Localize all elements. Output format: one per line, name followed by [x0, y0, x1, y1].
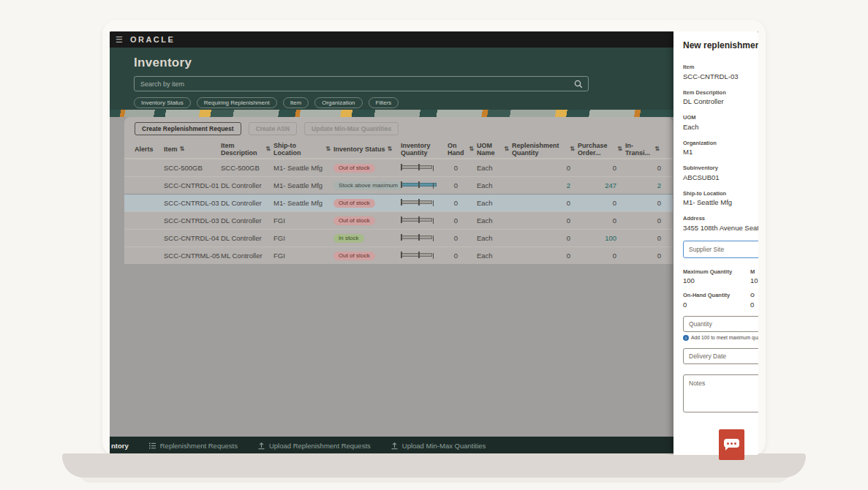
cell-inventory-status: Out of stock: [333, 163, 401, 173]
in-transit-value: 0: [657, 216, 661, 225]
cell-uom-name: Each: [477, 252, 512, 260]
cell-replenishment-quantity: 0: [512, 216, 578, 225]
field-value: 100: [683, 276, 750, 284]
column-header-item[interactable]: Item⇅: [164, 146, 221, 153]
replenishment-quantity-value: 0: [567, 164, 570, 172]
supplier-site-input[interactable]: [683, 241, 758, 258]
column-header-item-description[interactable]: Item Description⇅: [221, 142, 273, 157]
filter-chip-row: Inventory Status Requiring Replenishment…: [134, 97, 673, 108]
tab-replenishment-requests[interactable]: Replenishment Requests: [148, 442, 238, 450]
column-header-on-hand[interactable]: On Hand⇅: [448, 142, 477, 157]
filter-chip-inventory-status[interactable]: Inventory Status: [134, 97, 191, 108]
column-header-purchase-order[interactable]: Purchase Order...⇅: [578, 142, 625, 157]
quantity-grid-row: Maximum Quantity 100 M 10: [683, 268, 758, 285]
update-min-max-quantities-button[interactable]: Update Min-Max Quantities: [304, 122, 399, 135]
column-header-ship-to-location[interactable]: Ship-to Location⇅: [273, 142, 333, 157]
cell-on-hand: 0: [448, 216, 477, 225]
search-icon[interactable]: [574, 80, 583, 88]
status-badge: In stock: [333, 234, 364, 243]
clipped-quantity-field: M 10: [750, 268, 758, 285]
header-illustration: [110, 110, 673, 117]
cell-purchase-order: 0: [578, 164, 625, 172]
tab-upload-min-max-quantities[interactable]: Upload Min-Max Quantities: [390, 442, 486, 450]
sort-icon[interactable]: ⇅: [469, 146, 474, 152]
field-value: SCC-CNTRDL-03: [683, 72, 758, 80]
column-header-label: Alerts: [135, 146, 154, 153]
cell-item: SCC-CNTRDL-04: [164, 234, 221, 242]
info-icon: i: [683, 335, 689, 341]
cell-ship-to-location: M1- Seattle Mfg: [273, 164, 333, 172]
field-label: Maximum Quantity: [683, 268, 750, 275]
tab-inventory[interactable]: ntory: [111, 442, 129, 450]
replenishment-quantity-value: 0: [567, 216, 570, 225]
purchase-order-link[interactable]: 247: [605, 181, 616, 189]
sort-icon[interactable]: ⇅: [180, 146, 185, 152]
table-row[interactable]: SCC-CNTRDL-01 DL Controller M1- Seattle …: [124, 176, 673, 194]
table-row-selected[interactable]: SCC-CNTRDL-03 DL Controller M1- Seattle …: [124, 194, 673, 211]
field-label: Subinventory: [683, 165, 758, 171]
column-header-inventory-status[interactable]: Inventory Status⇅: [333, 146, 401, 153]
create-asn-button[interactable]: Create ASN: [249, 122, 297, 135]
sort-icon[interactable]: ⇅: [504, 146, 509, 152]
main-app: ☰ ORACLE Inventory Inventory Status Requ…: [110, 31, 673, 455]
cell-in-transit: 0: [625, 234, 663, 242]
notes-textarea[interactable]: [683, 374, 758, 412]
status-badge: Stock above maximum: [333, 181, 401, 190]
inventory-quantity-chart: [401, 251, 437, 259]
cell-ship-to-location: M1- Seattle Mfg: [273, 181, 333, 189]
cell-purchase-order: 0: [578, 199, 625, 207]
inventory-header: Inventory Inventory Status Requiring Rep…: [110, 48, 673, 110]
sort-icon[interactable]: ⇅: [388, 146, 393, 152]
bottom-tab-bar: ntory Replenishment Requests Upload Repl…: [110, 437, 673, 455]
column-header-uom-name[interactable]: UOM Name⇅: [477, 142, 512, 157]
sort-icon[interactable]: ⇅: [617, 146, 622, 152]
cell-inventory-status: Out of stock: [333, 198, 401, 208]
field-value: Each: [683, 123, 758, 131]
cell-item-description: DL Controller: [221, 234, 273, 242]
drawer-field-subinventory: Subinventory ABCSUB01: [683, 165, 758, 181]
cell-inventory-status: Out of stock: [333, 216, 401, 225]
upload-icon: [390, 442, 399, 450]
create-replenishment-request-button[interactable]: Create Replenishment Request: [135, 122, 241, 135]
cell-item-description: DL Controller: [221, 199, 273, 207]
tab-upload-replenishment-requests[interactable]: Upload Replenishment Requests: [257, 442, 371, 450]
in-transit-value: 0: [657, 164, 661, 172]
delivery-date-input[interactable]: [683, 348, 758, 364]
table-row[interactable]: SCC-CNTRDL-03 DL Controller FGI Out of s…: [124, 211, 673, 229]
sort-icon[interactable]: ⇅: [265, 146, 271, 152]
cell-inventory-quantity: [401, 251, 448, 260]
speech-bubble-tail: [725, 447, 729, 451]
tab-label: Replenishment Requests: [160, 442, 238, 450]
cell-item-description: ML Controller: [221, 252, 273, 260]
replenishment-quantity-link[interactable]: 2: [567, 181, 570, 189]
table-row[interactable]: SCC-500GB SCC-500GB M1- Seattle Mfg Out …: [124, 159, 673, 176]
cell-ship-to-location: FGI: [273, 216, 333, 225]
field-label: UOM: [683, 114, 758, 121]
in-transit-link[interactable]: 2: [657, 181, 661, 189]
filter-chip-organization[interactable]: Organization: [314, 97, 362, 108]
field-value: M1: [683, 148, 758, 156]
filter-chip-item[interactable]: Item: [283, 97, 309, 108]
column-header-in-transit[interactable]: In-Transi...⇅: [625, 142, 663, 157]
purchase-order-link[interactable]: 100: [605, 234, 616, 242]
quantity-input[interactable]: [683, 316, 758, 332]
page-title: Inventory: [134, 56, 673, 70]
cell-inventory-quantity: [401, 181, 448, 190]
search-input[interactable]: [135, 80, 574, 88]
sort-icon[interactable]: ⇅: [325, 146, 331, 152]
on-hand-quantity-field: On-Hand Quantity 0: [683, 292, 750, 309]
status-badge: Out of stock: [333, 164, 375, 173]
sort-icon[interactable]: ⇅: [570, 146, 575, 152]
field-label: Item Description: [683, 89, 758, 96]
cell-inventory-quantity: [401, 233, 448, 243]
chat-button[interactable]: [719, 429, 744, 460]
sort-icon[interactable]: ⇅: [654, 146, 660, 152]
table-row[interactable]: SCC-CNTRML-05 ML Controller FGI Out of s…: [124, 246, 673, 264]
field-value: M1- Seattle Mfg: [683, 198, 758, 206]
filter-chip-filters[interactable]: Filters: [369, 97, 399, 108]
field-value: 0: [750, 301, 758, 309]
filter-chip-requiring-replenishment[interactable]: Requiring Replenishment: [197, 97, 277, 108]
hamburger-menu-icon[interactable]: ☰: [116, 35, 123, 45]
column-header-replenishment-quantity[interactable]: Replenishment Quantity⇅: [512, 142, 578, 157]
table-row[interactable]: SCC-CNTRDL-04 DL Controller FGI In stock…: [124, 229, 673, 246]
